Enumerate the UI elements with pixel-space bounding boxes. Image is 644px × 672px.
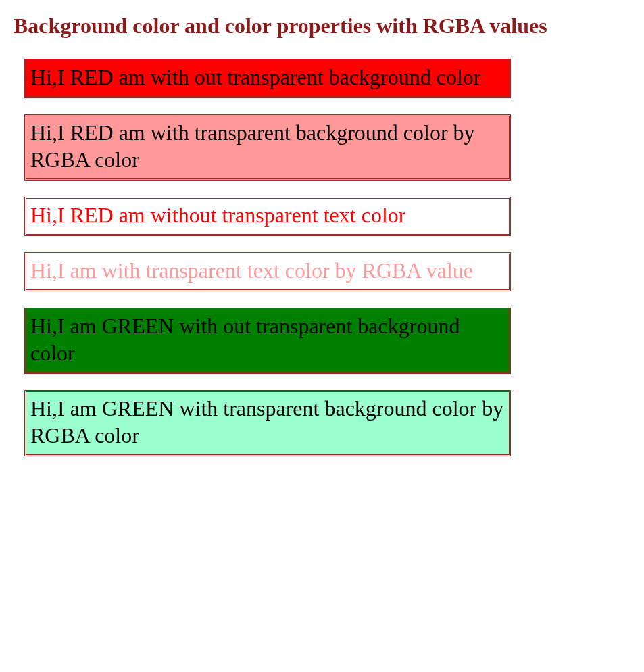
demo-box-red-rgba-bg: Hi,I RED am with transparent background … [24,114,511,181]
demo-box-green-rgba-bg: Hi,I am GREEN with transparent backgroun… [24,390,511,456]
demo-text: Hi,I RED am with transparent background … [30,120,475,172]
page-title: Background color and color properties wi… [14,14,630,39]
demo-box-green-solid-bg: Hi,I am GREEN with out transparent backg… [24,308,511,374]
demo-box-red-solid-text: Hi,I RED am without transparent text col… [24,197,511,236]
demo-text: Hi,I RED am with out transparent backgro… [30,65,481,89]
demo-box-red-rgba-text: Hi,I am with transparent text color by R… [24,252,511,291]
demo-text: Hi,I am GREEN with transparent backgroun… [30,396,503,448]
demo-box-red-solid-bg: Hi,I RED am with out transparent backgro… [24,59,511,98]
demo-text: Hi,I am GREEN with out transparent backg… [30,314,460,365]
demo-text: Hi,I RED am without transparent text col… [30,203,405,227]
demo-text: Hi,I am with transparent text color by R… [30,258,473,283]
